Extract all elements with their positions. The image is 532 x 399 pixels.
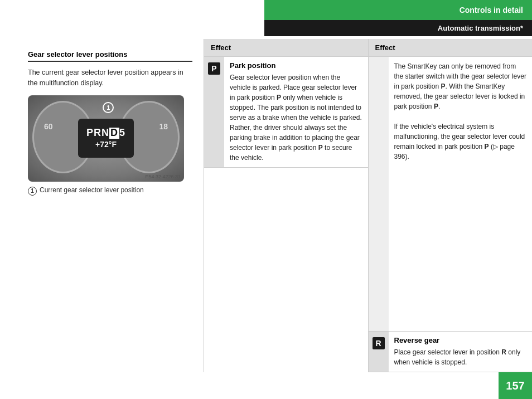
page-number-text: 157 bbox=[506, 379, 524, 392]
intro-text: The current gear selector lever position… bbox=[28, 67, 192, 89]
middle-panel: Effect P Park position Gear selector lev… bbox=[204, 39, 368, 372]
smartkey-badge-col bbox=[369, 57, 389, 331]
left-speed-number: 60 bbox=[44, 122, 53, 131]
circle-num: 1 bbox=[107, 104, 110, 111]
smartkey-text: The SmartKey can only be removed from th… bbox=[394, 61, 527, 162]
right-speed-number: 18 bbox=[159, 122, 168, 131]
left-panel: Gear selector lever positions The curren… bbox=[0, 39, 204, 372]
middle-effect-header: Effect bbox=[204, 39, 368, 57]
temp-display: +72°F bbox=[95, 140, 117, 149]
smartkey-row: The SmartKey can only be removed from th… bbox=[369, 57, 533, 332]
caption-text: Current gear selector lever position bbox=[40, 186, 144, 194]
controls-bar: Controls in detail bbox=[264, 0, 532, 20]
page-number: 157 bbox=[499, 372, 532, 399]
multifunction-display: PRND5 +72°F bbox=[78, 119, 134, 158]
prn-text: PRN bbox=[86, 127, 109, 138]
right-panel: Effect The SmartKey can only be removed … bbox=[368, 39, 533, 372]
section-title: Gear selector lever positions bbox=[28, 50, 192, 62]
caption-circle: 1 bbox=[28, 187, 37, 196]
right-effect-header: Effect bbox=[369, 39, 533, 57]
gear-d-box: D bbox=[109, 128, 119, 139]
reverse-text: Place gear selector lever in position R … bbox=[394, 347, 527, 367]
position-indicator-circle: 1 bbox=[103, 102, 114, 113]
park-badge-col: P bbox=[204, 57, 224, 167]
reverse-content: Reverse gear Place gear selector lever i… bbox=[389, 332, 533, 372]
gear-5: 5 bbox=[119, 127, 125, 138]
smartkey-content: The SmartKey can only be removed from th… bbox=[389, 57, 533, 331]
transmission-label: Automatic transmission* bbox=[438, 24, 523, 32]
main-content: Gear selector lever positions The curren… bbox=[0, 39, 532, 372]
reverse-badge-col: R bbox=[369, 332, 389, 372]
reverse-badge: R bbox=[373, 337, 385, 349]
park-badge: P bbox=[208, 62, 220, 75]
gear-text: PRND5 bbox=[86, 128, 125, 139]
park-content: Park position Gear selector lever positi… bbox=[224, 57, 368, 167]
dashboard-image: 60 18 1 PRND5 +72°F P54·32·4226·31 bbox=[28, 95, 184, 182]
header-right: Controls in detail Automatic transmissio… bbox=[264, 0, 532, 36]
transmission-bar: Automatic transmission* bbox=[264, 20, 532, 36]
reverse-row: R Reverse gear Place gear selector lever… bbox=[369, 332, 533, 372]
park-row: P Park position Gear selector lever posi… bbox=[204, 57, 368, 168]
dashboard-bg: 60 18 1 PRND5 +72°F P54·32·4226·31 bbox=[28, 95, 184, 182]
image-caption: 1 Current gear selector lever position bbox=[28, 186, 192, 196]
reverse-name: Reverse gear bbox=[394, 336, 527, 344]
park-text: Gear selector lever position when the ve… bbox=[230, 72, 362, 163]
park-name: Park position bbox=[230, 61, 362, 70]
controls-label: Controls in detail bbox=[460, 6, 523, 14]
image-code-label: P54·32·4226·31 bbox=[145, 174, 181, 179]
